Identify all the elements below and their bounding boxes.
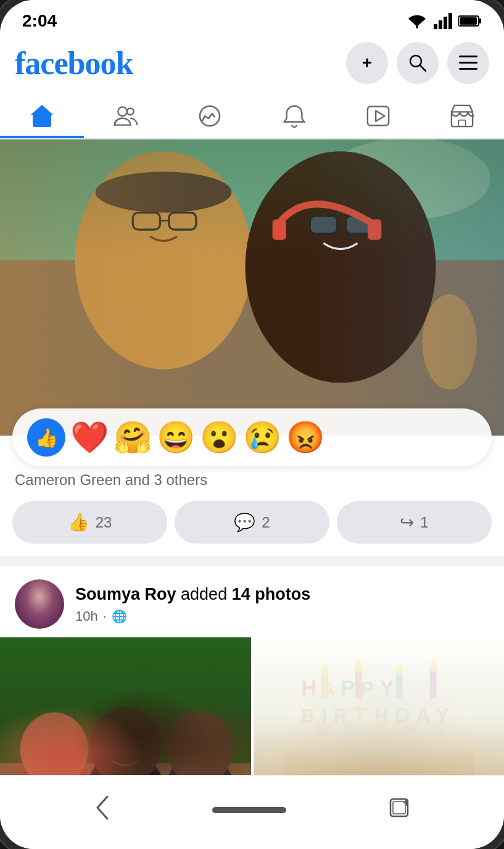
post-time-2: 10h · 🌐 [75, 608, 489, 624]
wow-reaction[interactable]: 😮 [200, 422, 238, 453]
feed: 👍 ❤️ 🤗 😄 😮 😢 😡 Cameron Green and 3 other… [0, 139, 504, 775]
like-count: 23 [96, 514, 112, 531]
svg-rect-4 [448, 13, 452, 29]
status-icons [407, 13, 482, 29]
battery-icon [458, 15, 482, 27]
post-meta-2: Soumya Roy added 14 photos 10h · 🌐 [75, 584, 489, 624]
author-action: added [181, 585, 232, 603]
wifi-icon [407, 13, 428, 29]
post-author-2: Soumya Roy added 14 photos [75, 584, 489, 605]
care-reaction[interactable]: 🤗 [114, 422, 152, 453]
svg-rect-12 [459, 68, 477, 70]
hamburger-icon [459, 56, 477, 70]
post-likes-text: Cameron Green and 3 others [0, 471, 504, 494]
status-bar: 2:04 [0, 0, 504, 36]
search-button[interactable] [397, 42, 439, 84]
add-button[interactable]: + [346, 42, 388, 84]
nav-item-friends[interactable] [84, 93, 168, 138]
search-icon [408, 53, 428, 73]
header: facebook + [0, 36, 504, 93]
friends-icon [114, 104, 138, 128]
nav-item-messenger[interactable] [168, 93, 252, 138]
share-icon: ↪ [400, 512, 414, 532]
share-count: 1 [420, 514, 428, 531]
svg-rect-82 [393, 801, 405, 814]
svg-line-9 [420, 65, 426, 71]
time-text: 10h [75, 608, 98, 624]
globe-icon: 🌐 [112, 609, 127, 624]
svg-marker-19 [376, 110, 384, 121]
haha-reaction[interactable]: 😄 [157, 422, 195, 453]
header-actions: + [346, 42, 489, 84]
phone-frame: 2:04 facebook [0, 0, 504, 849]
watch-icon [366, 104, 390, 128]
image-bg [0, 139, 504, 436]
sad-reaction[interactable]: 😢 [243, 422, 281, 453]
like-reaction[interactable]: 👍 [27, 418, 65, 457]
menu-button[interactable] [447, 42, 489, 84]
svg-rect-6 [479, 19, 481, 23]
post-actions: 👍 23 💬 2 ↪ 1 [0, 494, 504, 556]
bell-icon [282, 104, 307, 128]
photo-item-2[interactable]: H A P P Y B I R T H D A Y [254, 637, 505, 775]
marketplace-icon [450, 104, 474, 128]
facebook-logo: facebook [15, 45, 133, 81]
status-time: 2:04 [22, 11, 57, 31]
svg-rect-7 [460, 17, 477, 25]
comment-count: 2 [262, 514, 270, 531]
nav-item-home[interactable] [0, 93, 84, 138]
svg-rect-14 [38, 118, 46, 127]
avatar-image [15, 579, 64, 629]
bottom-nav [0, 775, 504, 849]
share-button[interactable]: ↪ 1 [337, 501, 492, 544]
messenger-icon [197, 104, 222, 128]
back-icon [94, 794, 111, 821]
thumbs-up-icon: 👍 [68, 512, 89, 532]
signal-icon [434, 13, 452, 29]
reaction-bar: 👍 ❤️ 🤗 😄 😮 😢 😡 [12, 408, 492, 466]
svg-point-16 [127, 108, 134, 115]
nav-item-marketplace[interactable] [420, 93, 504, 138]
comment-button[interactable]: 💬 2 [175, 501, 329, 544]
post-header-2: Soumya Roy added 14 photos 10h · 🌐 [0, 566, 504, 637]
photo-people-bg [0, 637, 251, 775]
svg-rect-21 [458, 120, 465, 126]
rotate-icon [388, 797, 410, 819]
likes-count-text: Cameron Green and 3 others [15, 471, 207, 488]
author-highlight: 14 photos [232, 585, 311, 603]
post-card-1: 👍 ❤️ 🤗 😄 😮 😢 😡 Cameron Green and 3 other… [0, 139, 504, 556]
photo-item-1[interactable] [0, 637, 251, 775]
home-icon [30, 102, 54, 127]
love-reaction[interactable]: ❤️ [70, 422, 109, 453]
home-indicator [212, 807, 286, 813]
post-card-2: Soumya Roy added 14 photos 10h · 🌐 [0, 566, 504, 775]
svg-point-0 [416, 26, 418, 28]
back-button[interactable] [81, 788, 123, 832]
photo-cake-bg [254, 637, 505, 775]
svg-rect-2 [439, 20, 442, 29]
nav-item-watch[interactable] [336, 93, 420, 138]
avatar-soumya [15, 579, 64, 629]
comment-icon: 💬 [234, 512, 255, 532]
author-name: Soumya Roy [75, 585, 176, 603]
svg-rect-1 [434, 24, 437, 29]
nav-item-notifications[interactable] [252, 93, 336, 138]
svg-rect-3 [444, 17, 447, 29]
svg-rect-11 [459, 62, 477, 64]
svg-rect-10 [459, 56, 477, 57]
like-button[interactable]: 👍 23 [12, 501, 167, 544]
post-image-1 [0, 139, 504, 436]
separator-dot: · [103, 608, 107, 624]
nav-bar [0, 93, 504, 139]
rotate-button[interactable] [376, 790, 423, 829]
photo-grid: H A P P Y B I R T H D A Y [0, 637, 504, 775]
angry-reaction[interactable]: 😡 [286, 422, 324, 453]
svg-rect-18 [368, 107, 389, 125]
svg-point-15 [118, 107, 128, 116]
